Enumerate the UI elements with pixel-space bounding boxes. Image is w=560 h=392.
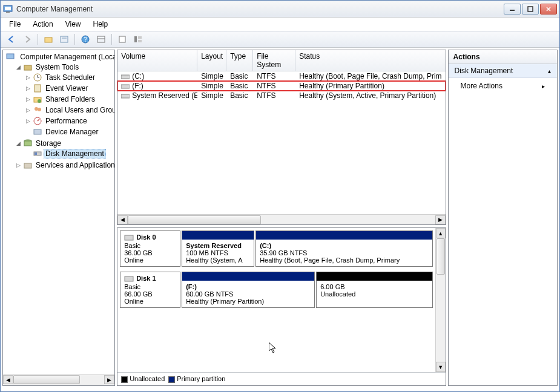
col-header-volume[interactable]: Volume (117, 50, 197, 71)
col-header-type[interactable]: Type (226, 50, 253, 71)
tree-disk-management[interactable]: Disk Management (25, 148, 113, 159)
collapse-icon[interactable] (548, 67, 551, 75)
expand-icon[interactable]: ▷ (15, 162, 22, 169)
forward-button[interactable] (20, 33, 35, 46)
tree-event-viewer[interactable]: ▷Event Viewer (25, 83, 113, 94)
maximize-button[interactable] (522, 4, 539, 15)
scroll-right-icon[interactable]: ▶ (435, 215, 446, 224)
scroll-thumb[interactable] (128, 215, 261, 224)
tree-system-tools[interactable]: ◢System Tools ▷Task Scheduler ▷Event Vie… (15, 62, 113, 138)
volume-h-scrollbar[interactable]: ◀ ▶ (117, 214, 445, 224)
scroll-track[interactable] (128, 215, 435, 224)
disk-info[interactable]: Disk 1 Basic 66.00 GB Online (120, 272, 180, 308)
svg-rect-15 (134, 36, 137, 42)
svg-rect-38 (121, 94, 130, 98)
disk-row[interactable]: Disk 1 Basic 66.00 GB Online (F:) (120, 272, 432, 308)
svg-rect-36 (121, 75, 130, 79)
menu-view[interactable]: View (61, 19, 86, 30)
tree-task-scheduler[interactable]: ▷Task Scheduler (25, 72, 113, 83)
scroll-track[interactable] (436, 238, 446, 362)
svg-rect-1 (5, 7, 11, 10)
tree-root[interactable]: Computer Management (Local ◢System Tools… (5, 51, 113, 171)
disk-partition[interactable]: (C:) 35.90 GB NTFS Healthy (Boot, Page F… (255, 230, 432, 267)
menu-file[interactable]: File (4, 19, 25, 30)
disk-partition[interactable]: System Reserved 100 MB NTFS Healthy (Sys… (182, 230, 254, 267)
scroll-track[interactable] (13, 375, 104, 385)
volume-row[interactable]: (C:) Simple Basic NTFS Healthy (Boot, Pa… (117, 71, 445, 81)
col-header-status[interactable]: Status (295, 50, 445, 71)
disk-partition[interactable]: (F:) 60.00 GB NTFS Healthy (Primary Part… (182, 272, 315, 308)
volume-row[interactable]: (F:) Simple Basic NTFS Healthy (Primary … (117, 81, 445, 91)
collapse-icon[interactable]: ◢ (15, 140, 22, 147)
volume-list-header: Volume Layout Type File System Status (117, 50, 445, 71)
scroll-down-icon[interactable]: ▼ (436, 362, 446, 372)
scroll-right-icon[interactable]: ▶ (104, 375, 114, 384)
collapse-icon[interactable]: ◢ (15, 64, 22, 71)
menu-help[interactable]: Help (88, 19, 113, 30)
title-bar: Computer Management (1, 1, 559, 18)
svg-rect-37 (121, 85, 130, 88)
scroll-thumb[interactable] (13, 375, 80, 384)
content-area: Computer Management (Local ◢System Tools… (1, 48, 559, 388)
toolbar-separator (38, 34, 38, 45)
svg-rect-2 (6, 11, 10, 13)
tree-local-users[interactable]: ▷Local Users and Groups (25, 105, 113, 116)
col-header-filesystem[interactable]: File System (253, 50, 295, 71)
svg-point-25 (38, 99, 41, 103)
svg-rect-34 (35, 152, 37, 155)
svg-rect-7 (45, 38, 52, 42)
scroll-up-icon[interactable]: ▲ (436, 228, 446, 238)
tree-storage[interactable]: ◢Storage Disk Management (15, 138, 113, 160)
disk-v-scrollbar[interactable]: ▲ ▼ (435, 228, 446, 372)
tree-performance[interactable]: ▷Performance (25, 116, 113, 126)
svg-text:?: ? (84, 36, 87, 43)
svg-rect-23 (35, 85, 41, 92)
actions-more[interactable]: More Actions (449, 78, 557, 94)
svg-rect-40 (125, 276, 133, 281)
svg-rect-30 (34, 129, 41, 134)
center-panel: Volume Layout Type File System Status (C… (117, 50, 446, 386)
scroll-left-icon[interactable]: ◀ (117, 215, 128, 224)
partition-cap (182, 231, 254, 240)
menu-action[interactable]: Action (28, 19, 58, 30)
back-button[interactable] (4, 33, 19, 46)
toolbar-props-button[interactable] (57, 33, 71, 46)
toolbar: ? (1, 31, 559, 48)
close-button[interactable] (540, 4, 557, 15)
toolbar-refresh-button[interactable] (115, 33, 130, 46)
expand-icon[interactable]: ▷ (25, 74, 31, 81)
svg-rect-19 (24, 65, 31, 70)
svg-rect-8 (61, 36, 68, 42)
tree-h-scrollbar[interactable]: ◀ ▶ (3, 374, 114, 385)
disk-row[interactable]: Disk 0 Basic 36.00 GB Online System Rese… (120, 230, 432, 267)
partition-cap (256, 231, 432, 240)
expand-icon[interactable]: ▷ (25, 85, 31, 92)
menu-bar: File Action View Help (1, 18, 559, 31)
scroll-left-icon[interactable]: ◀ (3, 375, 13, 384)
submenu-icon (542, 82, 545, 90)
toolbar-list-button[interactable] (131, 33, 145, 46)
actions-header: Actions (449, 50, 557, 64)
toolbar-separator (74, 34, 75, 45)
expand-icon[interactable]: ▷ (25, 107, 31, 114)
toolbar-folder-button[interactable] (41, 33, 56, 46)
volume-row[interactable]: System Reserved (E:) Simple Basic NTFS H… (117, 91, 445, 100)
users-icon (33, 105, 42, 115)
toolbar-detail-button[interactable] (94, 33, 108, 46)
svg-rect-35 (24, 163, 31, 168)
app-icon (3, 4, 13, 14)
expand-icon[interactable]: ▷ (25, 96, 31, 103)
computer-icon (5, 52, 15, 62)
disk-info[interactable]: Disk 0 Basic 36.00 GB Online (120, 230, 180, 267)
scroll-thumb[interactable] (436, 238, 445, 275)
expand-icon[interactable]: ▷ (25, 118, 31, 125)
tree-shared-folders[interactable]: ▷Shared Folders (25, 94, 113, 105)
tree-services-apps[interactable]: ▷Services and Applications (15, 160, 113, 171)
tree-device-manager[interactable]: Device Manager (25, 126, 113, 137)
disk-partition[interactable]: 6.00 GB Unallocated (316, 272, 432, 308)
col-header-layout[interactable]: Layout (197, 50, 226, 71)
minimize-button[interactable] (504, 4, 521, 15)
actions-section[interactable]: Disk Management (449, 64, 557, 78)
svg-point-27 (38, 108, 41, 111)
help-icon[interactable]: ? (78, 33, 93, 46)
